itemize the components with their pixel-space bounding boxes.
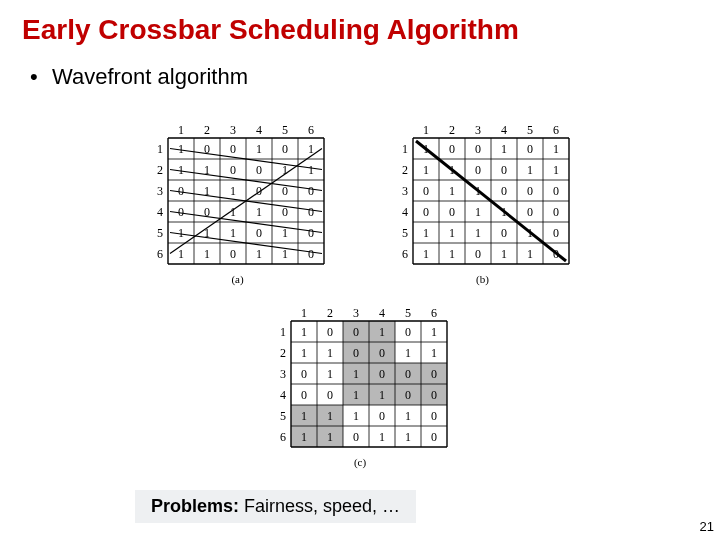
svg-text:1: 1 bbox=[449, 247, 455, 261]
svg-text:0: 0 bbox=[501, 184, 507, 198]
svg-text:1: 1 bbox=[353, 367, 359, 381]
svg-text:0: 0 bbox=[379, 367, 385, 381]
svg-text:1: 1 bbox=[475, 226, 481, 240]
svg-text:3: 3 bbox=[230, 123, 236, 137]
svg-text:0: 0 bbox=[308, 205, 314, 219]
svg-text:1: 1 bbox=[553, 163, 559, 177]
svg-text:1: 1 bbox=[301, 346, 307, 360]
svg-text:0: 0 bbox=[423, 205, 429, 219]
svg-text:6: 6 bbox=[402, 247, 408, 261]
svg-text:0: 0 bbox=[230, 142, 236, 156]
svg-text:0: 0 bbox=[178, 205, 184, 219]
svg-text:0: 0 bbox=[553, 205, 559, 219]
svg-text:0: 0 bbox=[308, 247, 314, 261]
svg-text:3: 3 bbox=[402, 184, 408, 198]
svg-text:5: 5 bbox=[280, 409, 286, 423]
svg-text:5: 5 bbox=[527, 123, 533, 137]
svg-text:6: 6 bbox=[157, 247, 163, 261]
svg-text:1: 1 bbox=[301, 430, 307, 444]
svg-text:1: 1 bbox=[431, 346, 437, 360]
svg-text:1: 1 bbox=[178, 163, 184, 177]
figure-b-label: (b) bbox=[385, 273, 580, 285]
svg-text:0: 0 bbox=[301, 367, 307, 381]
figure-a: 1234561234561001011100110110000011001110… bbox=[140, 120, 335, 285]
svg-text:3: 3 bbox=[280, 367, 286, 381]
svg-text:4: 4 bbox=[256, 123, 262, 137]
svg-text:2: 2 bbox=[204, 123, 210, 137]
svg-text:1: 1 bbox=[256, 247, 262, 261]
svg-text:2: 2 bbox=[402, 163, 408, 177]
svg-text:1: 1 bbox=[553, 142, 559, 156]
svg-text:0: 0 bbox=[256, 226, 262, 240]
svg-text:0: 0 bbox=[379, 409, 385, 423]
svg-text:1: 1 bbox=[501, 247, 507, 261]
svg-text:0: 0 bbox=[379, 346, 385, 360]
svg-text:1: 1 bbox=[301, 306, 307, 320]
problems-text: Fairness, speed, … bbox=[239, 496, 400, 516]
svg-text:0: 0 bbox=[423, 184, 429, 198]
svg-text:1: 1 bbox=[178, 142, 184, 156]
svg-text:6: 6 bbox=[553, 123, 559, 137]
svg-text:1: 1 bbox=[379, 388, 385, 402]
problems-label: Problems: bbox=[151, 496, 239, 516]
svg-text:1: 1 bbox=[204, 247, 210, 261]
svg-text:1: 1 bbox=[280, 325, 286, 339]
svg-text:0: 0 bbox=[431, 430, 437, 444]
svg-text:1: 1 bbox=[178, 123, 184, 137]
svg-text:6: 6 bbox=[308, 123, 314, 137]
svg-text:1: 1 bbox=[449, 226, 455, 240]
svg-text:4: 4 bbox=[402, 205, 408, 219]
svg-text:1: 1 bbox=[405, 430, 411, 444]
svg-text:3: 3 bbox=[353, 306, 359, 320]
svg-text:1: 1 bbox=[423, 226, 429, 240]
svg-text:2: 2 bbox=[280, 346, 286, 360]
figure-b: 1234561234561001011100110110000011001110… bbox=[385, 120, 580, 285]
svg-text:0: 0 bbox=[475, 247, 481, 261]
svg-text:1: 1 bbox=[308, 163, 314, 177]
svg-text:0: 0 bbox=[308, 226, 314, 240]
svg-text:0: 0 bbox=[527, 184, 533, 198]
svg-text:0: 0 bbox=[178, 184, 184, 198]
svg-text:0: 0 bbox=[475, 163, 481, 177]
svg-text:1: 1 bbox=[230, 184, 236, 198]
svg-text:1: 1 bbox=[431, 325, 437, 339]
svg-text:1: 1 bbox=[308, 142, 314, 156]
svg-text:0: 0 bbox=[301, 388, 307, 402]
svg-text:0: 0 bbox=[501, 226, 507, 240]
svg-text:0: 0 bbox=[405, 388, 411, 402]
svg-text:0: 0 bbox=[353, 346, 359, 360]
svg-text:1: 1 bbox=[353, 409, 359, 423]
svg-text:1: 1 bbox=[423, 123, 429, 137]
svg-text:2: 2 bbox=[449, 123, 455, 137]
svg-text:0: 0 bbox=[327, 388, 333, 402]
svg-text:0: 0 bbox=[475, 142, 481, 156]
svg-text:0: 0 bbox=[256, 163, 262, 177]
svg-text:5: 5 bbox=[282, 123, 288, 137]
svg-text:0: 0 bbox=[449, 142, 455, 156]
svg-text:1: 1 bbox=[178, 247, 184, 261]
svg-text:1: 1 bbox=[256, 205, 262, 219]
svg-text:1: 1 bbox=[423, 247, 429, 261]
svg-text:1: 1 bbox=[423, 163, 429, 177]
svg-text:5: 5 bbox=[157, 226, 163, 240]
slide-title: Early Crossbar Scheduling Algorithm bbox=[0, 0, 720, 46]
svg-text:0: 0 bbox=[431, 409, 437, 423]
svg-text:0: 0 bbox=[405, 367, 411, 381]
svg-text:4: 4 bbox=[501, 123, 507, 137]
svg-text:1: 1 bbox=[475, 205, 481, 219]
svg-text:6: 6 bbox=[431, 306, 437, 320]
svg-text:5: 5 bbox=[405, 306, 411, 320]
svg-text:0: 0 bbox=[527, 205, 533, 219]
bullet-marker: • bbox=[30, 64, 52, 90]
svg-text:0: 0 bbox=[553, 226, 559, 240]
svg-text:1: 1 bbox=[327, 367, 333, 381]
svg-text:0: 0 bbox=[501, 163, 507, 177]
svg-text:1: 1 bbox=[327, 409, 333, 423]
svg-text:4: 4 bbox=[280, 388, 286, 402]
svg-text:0: 0 bbox=[553, 184, 559, 198]
svg-text:1: 1 bbox=[230, 226, 236, 240]
svg-text:0: 0 bbox=[527, 142, 533, 156]
svg-text:0: 0 bbox=[405, 325, 411, 339]
svg-text:2: 2 bbox=[327, 306, 333, 320]
svg-text:1: 1 bbox=[327, 430, 333, 444]
